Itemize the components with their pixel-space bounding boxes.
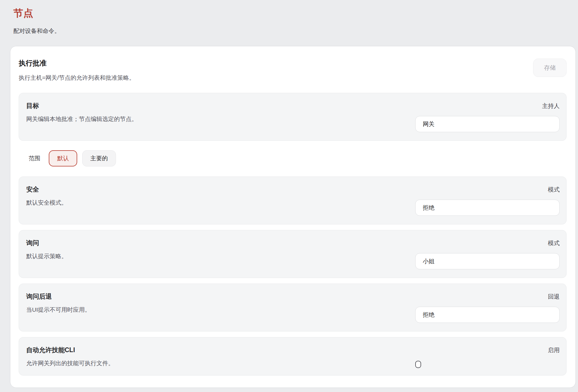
section-ask-fallback: 询问后退 当UI提示不可用时应用。 回退: [19, 284, 567, 331]
section-description: 允许网关列出的技能可执行文件。: [26, 359, 114, 367]
section-target-control: 主持人: [415, 101, 560, 132]
section-auto-allow-skill-cli: 自动允许技能CLI 允许网关列出的技能可执行文件。 启用: [19, 337, 567, 376]
save-button[interactable]: 存储: [533, 59, 567, 77]
page-subtitle: 配对设备和命令。: [13, 27, 578, 35]
field-label: 模式: [548, 186, 560, 193]
section-title: 安全: [26, 185, 67, 194]
ask-mode-input[interactable]: [415, 253, 560, 269]
section-auto-allow-text: 自动允许技能CLI 允许网关列出的技能可执行文件。: [26, 346, 114, 368]
scope-row: 范围 默认 主要的: [29, 150, 567, 166]
card-title: 执行批准: [19, 59, 135, 68]
section-auto-allow-control: 启用: [415, 346, 560, 368]
field-label: 主持人: [542, 102, 560, 110]
scope-option-primary[interactable]: 主要的: [82, 150, 116, 166]
field-label: 模式: [548, 239, 560, 247]
section-title: 询问后退: [26, 292, 91, 301]
section-title: 询问: [26, 239, 67, 247]
auto-allow-checkbox[interactable]: [415, 361, 421, 368]
section-ask-control: 模式: [415, 239, 560, 269]
section-title: 自动允许技能CLI: [26, 346, 114, 354]
ask-fallback-input[interactable]: [415, 307, 560, 323]
page-title: 节点: [13, 7, 578, 20]
section-ask-fallback-text: 询问后退 当UI提示不可用时应用。: [26, 292, 91, 323]
section-title: 目标: [26, 101, 137, 110]
scope-label: 范围: [29, 154, 40, 162]
card-header: 执行批准 执行主机=网关/节点的允许列表和批准策略。 存储: [19, 59, 567, 82]
target-host-input[interactable]: [415, 116, 560, 132]
security-mode-input[interactable]: [415, 200, 560, 216]
section-security-control: 模式: [415, 185, 560, 216]
scope-option-default[interactable]: 默认: [49, 150, 77, 166]
exec-approvals-card: 执行批准 执行主机=网关/节点的允许列表和批准策略。 存储 目标 网关编辑本地批…: [10, 46, 576, 388]
card-description: 执行主机=网关/节点的允许列表和批准策略。: [19, 74, 135, 82]
field-label: 回退: [548, 293, 560, 301]
section-description: 当UI提示不可用时应用。: [26, 306, 91, 314]
section-ask-fallback-control: 回退: [415, 292, 560, 323]
section-ask-text: 询问 默认提示策略。: [26, 239, 67, 269]
section-ask: 询问 默认提示策略。 模式: [19, 230, 567, 278]
section-security-text: 安全 默认安全模式。: [26, 185, 67, 216]
section-description: 默认安全模式。: [26, 199, 67, 207]
section-target: 目标 网关编辑本地批准；节点编辑选定的节点。 主持人: [19, 93, 567, 141]
section-description: 默认提示策略。: [26, 252, 67, 260]
section-target-text: 目标 网关编辑本地批准；节点编辑选定的节点。: [26, 101, 137, 132]
nodes-settings-page: 节点 配对设备和命令。 执行批准 执行主机=网关/节点的允许列表和批准策略。 存…: [0, 0, 578, 388]
field-label: 启用: [548, 346, 560, 354]
section-description: 网关编辑本地批准；节点编辑选定的节点。: [26, 115, 137, 123]
card-header-text: 执行批准 执行主机=网关/节点的允许列表和批准策略。: [19, 59, 135, 82]
section-security: 安全 默认安全模式。 模式: [19, 176, 567, 224]
